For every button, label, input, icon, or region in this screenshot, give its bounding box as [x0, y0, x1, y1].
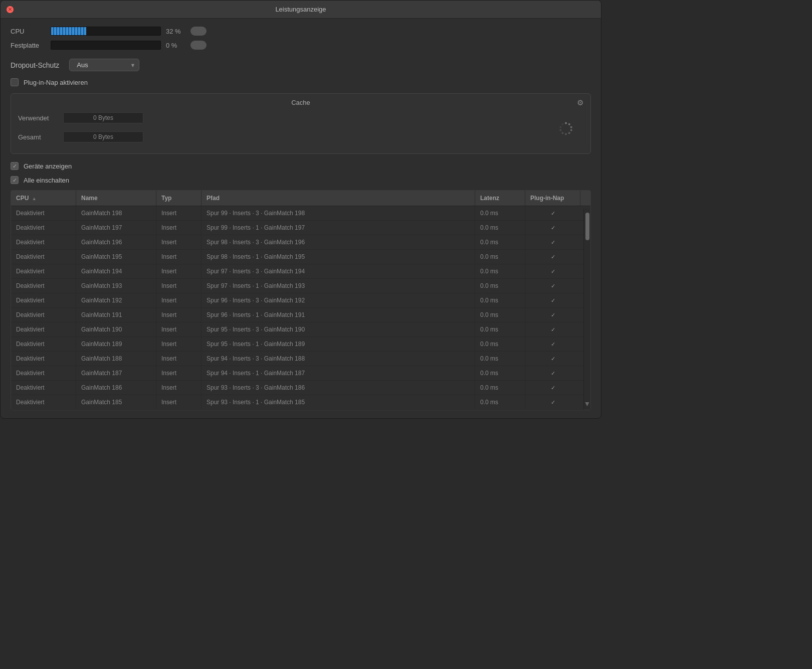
table-cell: GainMatch 190	[76, 322, 156, 337]
svg-point-1	[568, 123, 570, 125]
table-cell: Spur 97 · Inserts · 3 · GainMatch 194	[201, 264, 475, 278]
plugin-nap-row: Plug-in-Nap aktivieren	[11, 78, 591, 86]
table-cell: Deaktiviert	[11, 264, 76, 278]
table-cell: GainMatch 185	[76, 395, 156, 409]
all-on-label: Alle einschalten	[24, 177, 69, 184]
nap-checkmark: ✓	[551, 268, 555, 274]
cache-settings-icon[interactable]: ⚙	[577, 98, 583, 107]
dropout-select[interactable]: Aus Minimal Normal Maximal	[69, 59, 139, 71]
table-cell: Insert	[156, 395, 201, 409]
table-cell: Insert	[156, 366, 201, 380]
show-devices-label: Geräte anzeigen	[24, 162, 72, 170]
col-header-nap[interactable]: Plug-in-Nap	[525, 191, 580, 206]
table-row[interactable]: DeaktiviertGainMatch 187InsertSpur 94 · …	[11, 366, 590, 381]
table-cell: GainMatch 198	[76, 206, 156, 220]
table-cell: Insert	[156, 322, 201, 337]
nap-checkmark: ✓	[551, 341, 555, 347]
nap-checkmark: ✓	[551, 326, 555, 332]
dropout-label: Dropout-Schutz	[11, 61, 59, 69]
cpu-meter-row: CPU 32 %	[11, 27, 591, 36]
table-cell: GainMatch 195	[76, 250, 156, 264]
nap-cell: ✓	[525, 235, 580, 249]
hdd-toggle[interactable]	[190, 41, 207, 50]
table-cell: Spur 96 · Inserts · 1 · GainMatch 191	[201, 308, 475, 322]
cpu-toggle[interactable]	[190, 27, 207, 36]
nap-cell: ✓	[525, 337, 580, 351]
nap-cell: ✓	[525, 206, 580, 220]
scroll-down-arrow[interactable]: ▼	[584, 400, 591, 408]
cache-used-label: Verwendet	[18, 114, 63, 122]
hdd-meter-row: Festplatte 0 %	[11, 41, 591, 50]
hdd-value: 0 %	[166, 42, 188, 49]
svg-point-6	[561, 132, 563, 134]
table-cell: GainMatch 187	[76, 366, 156, 380]
nap-checkmark: ✓	[551, 283, 555, 289]
table-cell: GainMatch 189	[76, 337, 156, 351]
svg-point-9	[561, 123, 563, 125]
show-devices-row: Geräte anzeigen	[11, 162, 591, 170]
table-row[interactable]: DeaktiviertGainMatch 196InsertSpur 98 · …	[11, 235, 590, 250]
all-on-checkbox[interactable]	[11, 176, 19, 184]
table-row[interactable]: DeaktiviertGainMatch 191InsertSpur 96 · …	[11, 308, 590, 322]
nap-cell: ✓	[525, 322, 580, 337]
show-devices-checkbox[interactable]	[11, 162, 19, 170]
svg-point-3	[570, 129, 572, 131]
col-header-latenz[interactable]: Latenz	[475, 191, 525, 206]
table-cell: 0.0 ms	[475, 366, 525, 380]
table-row[interactable]: DeaktiviertGainMatch 197InsertSpur 99 · …	[11, 221, 590, 235]
nap-checkmark: ✓	[551, 385, 555, 391]
hdd-meter-bar	[51, 41, 161, 50]
table-row[interactable]: DeaktiviertGainMatch 190InsertSpur 95 · …	[11, 322, 590, 337]
svg-point-0	[565, 122, 567, 124]
table-cell: 0.0 ms	[475, 293, 525, 307]
titlebar: Leistungsanzeige	[1, 1, 601, 19]
table-cell: GainMatch 196	[76, 235, 156, 249]
nap-checkmark: ✓	[551, 370, 555, 376]
table-cell: Spur 94 · Inserts · 1 · GainMatch 187	[201, 366, 475, 380]
hdd-label: Festplatte	[11, 42, 51, 49]
table-row[interactable]: DeaktiviertGainMatch 192InsertSpur 96 · …	[11, 293, 590, 308]
table-row[interactable]: DeaktiviertGainMatch 189InsertSpur 95 · …	[11, 337, 590, 352]
table-cell: Deaktiviert	[11, 293, 76, 307]
table-cell: GainMatch 188	[76, 352, 156, 366]
close-button[interactable]	[7, 6, 14, 13]
table-row[interactable]: DeaktiviertGainMatch 193InsertSpur 97 · …	[11, 279, 590, 293]
table-row[interactable]: DeaktiviertGainMatch 185InsertSpur 93 · …	[11, 395, 590, 410]
table-row[interactable]: DeaktiviertGainMatch 188InsertSpur 94 · …	[11, 352, 590, 366]
cache-total-label: Gesamt	[18, 133, 63, 141]
svg-point-5	[565, 133, 567, 135]
table-row[interactable]: DeaktiviertGainMatch 186InsertSpur 93 · …	[11, 381, 590, 395]
table-cell: Spur 99 · Inserts · 3 · GainMatch 198	[201, 206, 475, 220]
table-row[interactable]: DeaktiviertGainMatch 195InsertSpur 98 · …	[11, 250, 590, 264]
col-header-pfad[interactable]: Pfad	[201, 191, 475, 206]
scrollbar-track[interactable]: ▼	[583, 209, 590, 410]
nap-checkmark: ✓	[551, 312, 555, 318]
main-content: CPU 32 % Festplatte 0 % Dropout-Schutz A…	[1, 19, 601, 418]
nap-checkmark: ✓	[551, 225, 555, 231]
col-header-cpu[interactable]: CPU ▲	[11, 191, 76, 206]
nap-checkmark: ✓	[551, 356, 555, 362]
col-header-name[interactable]: Name	[76, 191, 156, 206]
nap-cell: ✓	[525, 279, 580, 293]
table-cell: 0.0 ms	[475, 395, 525, 409]
cache-body: Verwendet 0 Bytes Gesamt 0 Bytes	[18, 112, 583, 146]
table-cell: 0.0 ms	[475, 264, 525, 278]
table-cell: Insert	[156, 235, 201, 249]
scrollbar-thumb[interactable]	[585, 213, 589, 240]
table-row[interactable]: DeaktiviertGainMatch 198InsertSpur 99 · …	[11, 206, 590, 221]
window-title: Leistungsanzeige	[275, 6, 326, 13]
col-header-typ[interactable]: Typ	[156, 191, 201, 206]
table-row[interactable]: DeaktiviertGainMatch 194InsertSpur 97 · …	[11, 264, 590, 279]
scrollbar-header-spacer	[580, 191, 590, 206]
plugin-table-container: CPU ▲ Name Typ Pfad Latenz Plug-in-Nap	[11, 190, 591, 410]
cpu-value: 32 %	[166, 28, 188, 35]
nap-cell: ✓	[525, 352, 580, 366]
nap-checkmark: ✓	[551, 297, 555, 303]
dropout-dropdown-wrapper: Aus Minimal Normal Maximal ▼	[69, 59, 139, 71]
table-cell: Deaktiviert	[11, 352, 76, 366]
table-cell: Spur 93 · Inserts · 1 · GainMatch 185	[201, 395, 475, 409]
table-cell: Spur 95 · Inserts · 3 · GainMatch 190	[201, 322, 475, 337]
nap-cell: ✓	[525, 395, 580, 409]
plugin-nap-checkbox[interactable]	[11, 78, 19, 86]
table-cell: Insert	[156, 250, 201, 264]
